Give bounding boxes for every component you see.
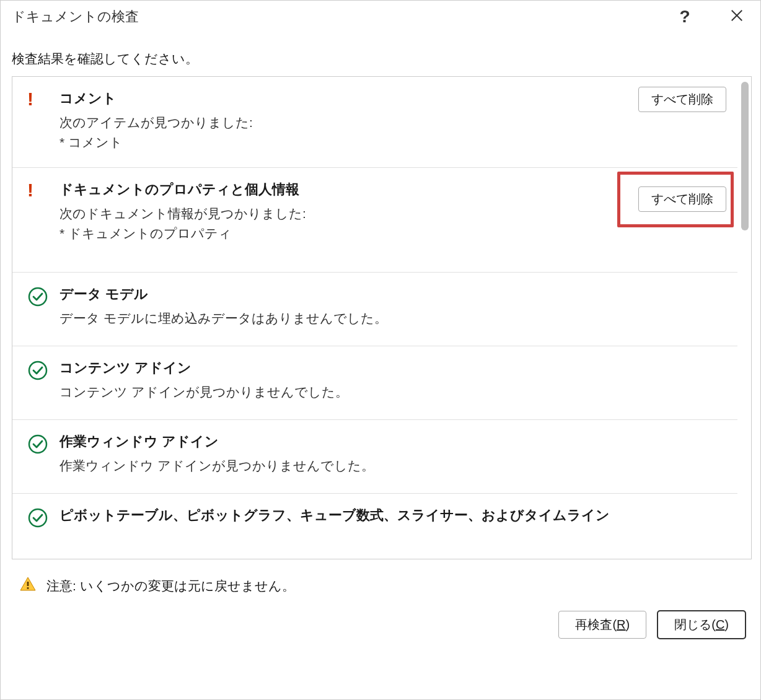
- result-title: コンテンツ アドイン: [59, 359, 621, 377]
- status-icon-col: [27, 432, 59, 458]
- title-bar: ドキュメントの検査 ?: [1, 1, 760, 33]
- checkmark-icon: [27, 360, 48, 384]
- result-content: データ モデル データ モデルに埋め込みデータはありませんでした。: [59, 285, 726, 330]
- reinspect-label-suffix: ): [626, 618, 630, 631]
- result-item-content-addins: コンテンツ アドイン コンテンツ アドインが見つかりませんでした。: [12, 346, 737, 420]
- status-icon-col: [27, 506, 59, 532]
- result-item-taskpane-addins: 作業ウィンドウ アドイン 作業ウィンドウ アドインが見つかりませんでした。: [12, 420, 737, 494]
- result-content: ピボットテーブル、ピボットグラフ、キューブ数式、スライサー、およびタイムライン: [59, 506, 726, 531]
- svg-point-2: [29, 288, 46, 305]
- result-description: 次のアイテムが見つかりました:: [59, 114, 621, 131]
- close-icon[interactable]: [724, 7, 749, 27]
- result-item-pivot: ピボットテーブル、ピボットグラフ、キューブ数式、スライサー、およびタイムライン: [12, 494, 737, 532]
- button-row: 再検査(R) 閉じる(C): [1, 602, 760, 652]
- svg-rect-6: [27, 582, 29, 586]
- dialog-footer: 注意: いくつかの変更は元に戻せません。 再検査(R) 閉じる(C): [1, 563, 760, 652]
- dialog-title: ドキュメントの検査: [12, 7, 672, 26]
- remove-all-button[interactable]: すべて削除: [638, 186, 726, 212]
- results-panel: ! コメント 次のアイテムが見つかりました: * コメント すべて削除 ! ドキ…: [12, 76, 752, 559]
- close-accelerator: C: [716, 618, 724, 631]
- exclamation-icon: !: [27, 90, 33, 107]
- checkmark-icon: [27, 286, 48, 310]
- results-list: ! コメント 次のアイテムが見つかりました: * コメント すべて削除 ! ドキ…: [12, 77, 737, 559]
- result-content: コメント 次のアイテムが見つかりました: * コメント: [59, 89, 726, 151]
- result-title: 作業ウィンドウ アドイン: [59, 432, 621, 451]
- close-label-suffix: ): [724, 618, 729, 631]
- close-label-prefix: 閉じる(: [674, 618, 716, 631]
- remove-button-wrap: すべて削除: [638, 87, 726, 112]
- result-detail: * ドキュメントのプロパティ: [59, 225, 621, 242]
- svg-point-5: [29, 509, 46, 527]
- warning-triangle-icon: [19, 575, 37, 596]
- reinspect-button[interactable]: 再検査(R): [558, 611, 646, 639]
- scrollbar[interactable]: [737, 77, 751, 559]
- svg-rect-7: [27, 587, 29, 589]
- result-description: データ モデルに埋め込みデータはありませんでした。: [59, 310, 621, 327]
- result-content: コンテンツ アドイン コンテンツ アドインが見つかりませんでした。: [59, 359, 726, 403]
- result-content: 作業ウィンドウ アドイン 作業ウィンドウ アドインが見つかりませんでした。: [59, 432, 726, 477]
- status-icon-col: [27, 359, 59, 384]
- result-item-data-model: データ モデル データ モデルに埋め込みデータはありませんでした。: [12, 273, 737, 346]
- result-content: ドキュメントのプロパティと個人情報 次のドキュメント情報が見つかりました: * …: [59, 180, 726, 242]
- status-icon-col: [27, 285, 59, 310]
- document-inspector-dialog: ドキュメントの検査 ? 検査結果を確認してください。 ! コメント 次のアイテム…: [0, 0, 761, 700]
- result-item-properties: ! ドキュメントのプロパティと個人情報 次のドキュメント情報が見つかりました: …: [12, 168, 737, 273]
- reinspect-accelerator: R: [617, 618, 625, 631]
- result-title: ピボットテーブル、ピボットグラフ、キューブ数式、スライサー、およびタイムライン: [59, 506, 621, 525]
- result-item-comments: ! コメント 次のアイテムが見つかりました: * コメント すべて削除: [12, 77, 737, 168]
- result-detail: * コメント: [59, 134, 621, 151]
- warning-text: 注意: いくつかの変更は元に戻せません。: [46, 577, 295, 595]
- close-button[interactable]: 閉じる(C): [658, 611, 746, 639]
- svg-point-3: [29, 362, 46, 379]
- svg-point-4: [29, 435, 46, 453]
- result-title: コメント: [59, 89, 621, 108]
- remove-all-button[interactable]: すべて削除: [638, 87, 726, 112]
- scroll-thumb[interactable]: [741, 82, 749, 230]
- remove-button-wrap: すべて削除: [638, 186, 726, 212]
- reinspect-label-prefix: 再検査(: [575, 618, 617, 631]
- instruction-text: 検査結果を確認してください。: [1, 33, 760, 76]
- help-button[interactable]: ?: [672, 7, 697, 27]
- result-title: ドキュメントのプロパティと個人情報: [59, 180, 621, 199]
- status-icon-col: !: [27, 180, 59, 198]
- checkmark-icon: [27, 507, 48, 532]
- result-description: 次のドキュメント情報が見つかりました:: [59, 205, 621, 222]
- warning-row: 注意: いくつかの変更は元に戻せません。: [1, 568, 760, 602]
- title-actions: ?: [672, 7, 749, 27]
- result-description: コンテンツ アドインが見つかりませんでした。: [59, 383, 621, 401]
- status-icon-col: !: [27, 89, 59, 107]
- checkmark-icon: [27, 434, 48, 458]
- result-description: 作業ウィンドウ アドインが見つかりませんでした。: [59, 457, 621, 475]
- exclamation-icon: !: [27, 182, 33, 198]
- result-title: データ モデル: [59, 285, 621, 304]
